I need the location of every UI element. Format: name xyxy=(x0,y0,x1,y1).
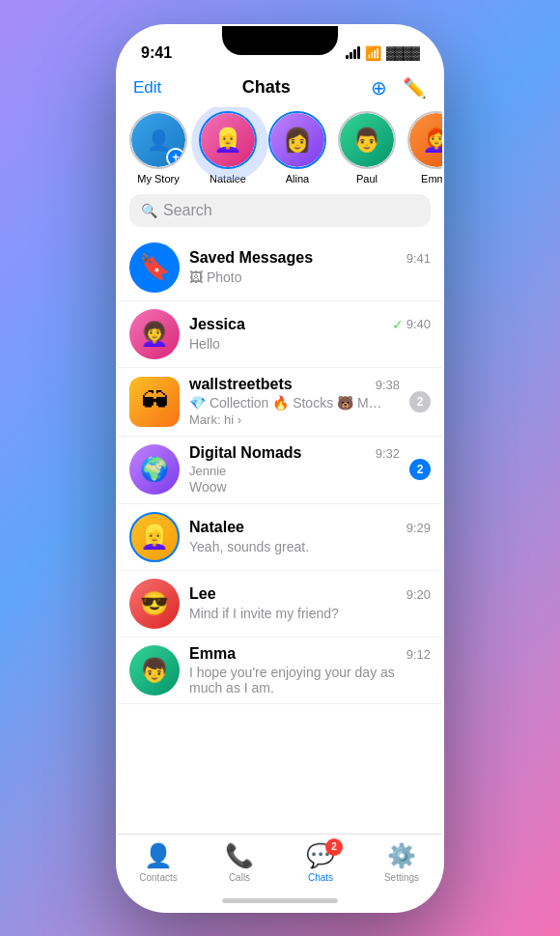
story-item-alina[interactable]: 👩 Alina xyxy=(268,111,326,184)
chats-tab-label: Chats xyxy=(308,872,333,883)
story-item-emma[interactable]: 👩‍🦰 Emma xyxy=(407,111,442,184)
natalee-chat-name: Natalee xyxy=(189,519,244,536)
digital-nomads-preview: Woow xyxy=(189,479,227,495)
saved-messages-content: Saved Messages 9:41 🖼 Photo xyxy=(189,249,431,286)
jessica-time: 9:40 xyxy=(406,317,431,331)
jessica-preview: Hello xyxy=(189,336,220,352)
emma-content: Emma 9:12 I hope you're enjoying your da… xyxy=(189,645,431,695)
jessica-content: Jessica ✓ 9:40 Hello xyxy=(189,316,431,353)
chat-item-digital-nomads[interactable]: 🌍 Digital Nomads 9:32 Jennie Woow 2 xyxy=(118,437,442,504)
search-input[interactable]: Search xyxy=(163,202,212,219)
lee-content: Lee 9:20 Mind if I invite my friend? xyxy=(189,585,431,622)
notch xyxy=(222,26,338,55)
wallstreetbets-preview: 💎 Collection 🔥 Stocks 🐻 Memes... xyxy=(189,395,382,411)
chats-tab-badge: 2 xyxy=(325,838,343,856)
nav-header: Edit Chats ⊕ ✏️ xyxy=(118,72,442,107)
lee-time: 9:20 xyxy=(406,587,431,602)
chat-item-jessica[interactable]: 👩‍🦱 Jessica ✓ 9:40 Hello xyxy=(118,301,442,368)
chat-item-natalee[interactable]: 👱‍♀️ Natalee 9:29 Yeah, sounds great. xyxy=(118,504,442,571)
saved-messages-avatar: 🔖 xyxy=(129,242,180,293)
calls-tab-label: Calls xyxy=(229,872,250,883)
alina-avatar: 👩 xyxy=(270,113,324,167)
lee-preview: Mind if I invite my friend? xyxy=(189,606,339,621)
story-item-natalee[interactable]: 👱‍♀️ Natalee xyxy=(199,111,257,184)
wallstreetbets-badge: 2 xyxy=(409,391,431,412)
status-icons: 📶 ▓▓▓▓ xyxy=(346,45,419,61)
compose-icon[interactable]: ✏️ xyxy=(403,76,427,99)
chat-item-lee[interactable]: 😎 Lee 9:20 Mind if I invite my friend? xyxy=(118,571,442,638)
saved-messages-time: 9:41 xyxy=(406,251,431,266)
settings-tab-label: Settings xyxy=(384,872,419,883)
contacts-tab-label: Contacts xyxy=(139,872,177,883)
status-time: 9:41 xyxy=(141,44,172,62)
natalee-preview: Yeah, sounds great. xyxy=(189,539,309,554)
digital-nomads-time: 9:32 xyxy=(376,446,400,461)
paul-avatar: 👨 xyxy=(340,113,394,167)
alina-story-label: Alina xyxy=(286,173,309,184)
settings-tab-icon: ⚙️ xyxy=(387,842,416,869)
wallstreetbets-name: wallstreetbets xyxy=(189,376,293,393)
nav-action-icons: ⊕ ✏️ xyxy=(371,76,427,99)
saved-messages-preview: 🖼 Photo xyxy=(189,269,241,285)
saved-messages-name: Saved Messages xyxy=(189,249,313,267)
emma-story-label: Emma xyxy=(421,173,442,184)
jessica-name: Jessica xyxy=(189,316,245,333)
wallstreetbets-content: wallstreetbets 9:38 💎 Collection 🔥 Stock… xyxy=(189,376,400,428)
digital-nomads-name: Digital Nomads xyxy=(189,444,301,462)
edit-button[interactable]: Edit xyxy=(133,78,161,98)
chats-tab-badge-wrap: 💬 2 xyxy=(306,842,335,869)
wallstreetbets-avatar: 🕶 xyxy=(129,377,180,427)
emma-chat-avatar: 👦 xyxy=(129,645,180,695)
lee-name: Lee xyxy=(189,585,216,603)
emma-preview: I hope you're enjoying your day as much … xyxy=(189,665,402,695)
paul-story-label: Paul xyxy=(356,173,378,184)
digital-nomads-content: Digital Nomads 9:32 Jennie Woow xyxy=(189,444,400,496)
wifi-icon: 📶 xyxy=(365,45,381,61)
calls-tab-icon: 📞 xyxy=(225,842,254,869)
natalee-content: Natalee 9:29 Yeah, sounds great. xyxy=(189,519,431,555)
digital-nomads-sender: Jennie xyxy=(189,464,400,478)
chat-list: 🔖 Saved Messages 9:41 🖼 Photo 👩‍🦱 Jessic… xyxy=(118,235,442,704)
digital-nomads-avatar: 🌍 xyxy=(129,444,180,495)
stories-row: 👤 + My Story 👱‍♀️ Natalee 👩 xyxy=(118,107,442,194)
battery-icon: ▓▓▓▓ xyxy=(386,45,419,60)
emma-time: 9:12 xyxy=(406,647,431,662)
new-group-icon[interactable]: ⊕ xyxy=(371,76,387,99)
signal-icon xyxy=(346,46,360,59)
wallstreetbets-sub: Mark: hi › xyxy=(189,412,241,427)
chat-item-wallstreetbets[interactable]: 🕶 wallstreetbets 9:38 💎 Collection 🔥 Sto… xyxy=(118,368,442,437)
read-checkmark: ✓ xyxy=(392,317,404,332)
tab-chats[interactable]: 💬 2 Chats xyxy=(280,842,361,883)
digital-nomads-badge: 2 xyxy=(409,459,431,480)
story-item-my-story[interactable]: 👤 + My Story xyxy=(129,111,187,184)
natalee-avatar: 👱‍♀️ xyxy=(201,113,255,167)
lee-avatar: 😎 xyxy=(129,579,180,629)
my-story-label: My Story xyxy=(137,173,179,184)
wallstreetbets-time: 9:38 xyxy=(376,378,400,392)
tab-settings[interactable]: ⚙️ Settings xyxy=(361,842,442,883)
chat-item-saved-messages[interactable]: 🔖 Saved Messages 9:41 🖼 Photo xyxy=(118,235,442,301)
natalee-chat-avatar: 👱‍♀️ xyxy=(129,512,180,562)
add-story-button[interactable]: + xyxy=(166,148,185,167)
jessica-avatar: 👩‍🦱 xyxy=(129,309,180,359)
chat-item-emma[interactable]: 👦 Emma 9:12 I hope you're enjoying your … xyxy=(118,638,442,704)
tab-contacts[interactable]: 👤 Contacts xyxy=(118,842,199,883)
page-title: Chats xyxy=(242,77,291,98)
search-icon: 🔍 xyxy=(141,203,157,218)
home-indicator xyxy=(222,898,338,903)
phone-frame: 9:41 📶 ▓▓▓▓ Edit Chats ⊕ ✏️ xyxy=(116,24,444,913)
emma-name: Emma xyxy=(189,645,236,663)
emma-avatar: 👩‍🦰 xyxy=(409,113,442,167)
tab-calls[interactable]: 📞 Calls xyxy=(199,842,280,883)
contacts-tab-icon: 👤 xyxy=(144,842,173,869)
natalee-time: 9:29 xyxy=(406,521,431,535)
story-item-paul[interactable]: 👨 Paul xyxy=(338,111,396,184)
search-bar[interactable]: 🔍 Search xyxy=(129,194,431,227)
